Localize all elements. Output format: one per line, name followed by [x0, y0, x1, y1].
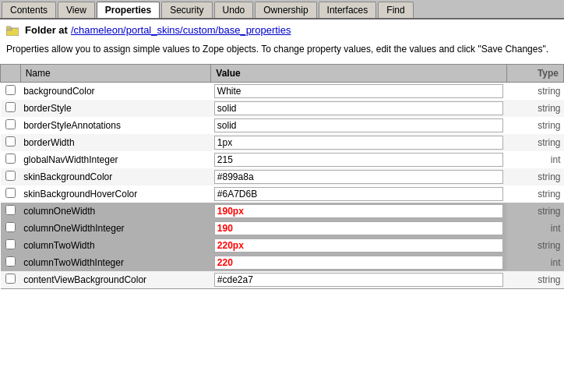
header-check — [1, 65, 21, 83]
row-checkbox[interactable] — [5, 154, 16, 164]
row-value-cell — [211, 203, 506, 220]
nav-tab-security[interactable]: Security — [161, 2, 212, 18]
table-row: borderStylestring — [1, 100, 564, 117]
row-checkbox[interactable] — [5, 85, 16, 95]
row-value-cell — [211, 134, 506, 151]
header-name: Name — [20, 65, 211, 83]
row-value-cell — [211, 271, 506, 289]
properties-table: Name Value Type backgroundColorstringbor… — [0, 64, 564, 289]
row-value-cell — [211, 151, 506, 168]
nav-tab-interfaces[interactable]: Interfaces — [319, 2, 377, 18]
svg-rect-2 — [6, 26, 11, 29]
row-value-input[interactable] — [214, 170, 503, 184]
row-type: int — [506, 151, 563, 168]
row-value-cell — [211, 117, 506, 134]
row-value-input[interactable] — [214, 136, 503, 150]
row-value-input[interactable] — [214, 238, 503, 253]
row-checkbox-cell — [1, 117, 21, 134]
table-row: columnOneWidthIntegerint — [1, 220, 564, 237]
nav-tab-contents[interactable]: Contents — [2, 2, 56, 18]
row-value-input[interactable] — [214, 221, 503, 235]
breadcrumb-label: Folder at — [25, 24, 68, 36]
table-row: columnOneWidthstring — [1, 203, 564, 220]
table-row: globalNavWidthIntegerint — [1, 151, 564, 168]
row-value-input[interactable] — [214, 118, 503, 132]
row-checkbox[interactable] — [5, 274, 16, 284]
row-checkbox[interactable] — [5, 205, 16, 215]
row-checkbox-cell — [1, 237, 21, 254]
table-row: columnTwoWidthIntegerint — [1, 254, 564, 271]
row-value-cell — [211, 168, 506, 185]
row-checkbox[interactable] — [5, 239, 16, 249]
nav-tab-undo[interactable]: Undo — [214, 2, 254, 18]
row-checkbox-cell — [1, 168, 21, 185]
row-name: columnOneWidthInteger — [20, 220, 211, 237]
row-checkbox-cell — [1, 271, 21, 289]
table-row: skinBackgroundColorstring — [1, 168, 564, 185]
table-row: backgroundColorstring — [1, 83, 564, 101]
row-checkbox-cell — [1, 100, 21, 117]
nav-tab-view[interactable]: View — [58, 2, 95, 18]
row-name: backgroundColor — [20, 83, 211, 101]
table-row: borderWidthstring — [1, 134, 564, 151]
breadcrumb-path[interactable]: /chameleon/portal_skins/custom/base_prop… — [71, 24, 291, 36]
row-name: borderStyle — [20, 100, 211, 117]
breadcrumb: Folder at /chameleon/portal_skins/custom… — [0, 19, 564, 41]
row-checkbox[interactable] — [5, 256, 16, 267]
row-value-input[interactable] — [214, 256, 503, 270]
row-checkbox-cell — [1, 220, 21, 237]
row-name: borderWidth — [20, 134, 211, 151]
row-type: string — [506, 117, 563, 134]
row-checkbox[interactable] — [5, 171, 16, 181]
table-row: skinBackgroundHoverColorstring — [1, 185, 564, 203]
row-value-cell — [211, 237, 506, 254]
row-value-cell — [211, 83, 506, 101]
row-type: string — [506, 185, 563, 203]
row-value-input[interactable] — [214, 153, 503, 167]
row-checkbox[interactable] — [5, 136, 16, 147]
row-name: columnTwoWidth — [20, 237, 211, 254]
header-type: Type — [506, 65, 563, 83]
table-row: contentViewBackgroundColorstring — [1, 271, 564, 289]
row-checkbox-cell — [1, 185, 21, 203]
row-type: string — [506, 203, 563, 220]
table-header-row: Name Value Type — [1, 65, 564, 83]
row-name: globalNavWidthInteger — [20, 151, 211, 168]
row-value-input[interactable] — [214, 84, 503, 98]
row-checkbox[interactable] — [5, 102, 16, 112]
row-checkbox-cell — [1, 203, 21, 220]
nav-tab-ownership[interactable]: Ownership — [255, 2, 316, 18]
row-value-input[interactable] — [214, 187, 503, 201]
row-value-cell — [211, 100, 506, 117]
row-type: int — [506, 254, 563, 271]
row-value-cell — [211, 185, 506, 203]
row-type: string — [506, 237, 563, 254]
row-type: string — [506, 271, 563, 289]
nav-tab-find[interactable]: Find — [378, 2, 413, 18]
header-value: Value — [211, 65, 506, 83]
row-checkbox[interactable] — [5, 188, 16, 198]
row-checkbox[interactable] — [5, 222, 16, 232]
row-checkbox-cell — [1, 151, 21, 168]
row-value-input[interactable] — [214, 273, 503, 287]
row-value-input[interactable] — [214, 204, 503, 218]
row-checkbox-cell — [1, 83, 21, 101]
row-checkbox[interactable] — [5, 119, 16, 129]
nav-bar: ContentsViewPropertiesSecurityUndoOwners… — [0, 0, 564, 19]
row-type: string — [506, 100, 563, 117]
row-type: int — [506, 220, 563, 237]
row-name: skinBackgroundHoverColor — [20, 185, 211, 203]
nav-tab-properties[interactable]: Properties — [97, 2, 160, 18]
row-type: string — [506, 168, 563, 185]
row-type: string — [506, 134, 563, 151]
row-name: columnOneWidth — [20, 203, 211, 220]
row-value-cell — [211, 220, 506, 237]
row-name: skinBackgroundColor — [20, 168, 211, 185]
row-value-cell — [211, 254, 506, 271]
row-name: contentViewBackgroundColor — [20, 271, 211, 289]
row-value-input[interactable] — [214, 101, 503, 115]
folder-icon — [6, 25, 19, 36]
row-name: borderStyleAnnotations — [20, 117, 211, 134]
row-checkbox-cell — [1, 134, 21, 151]
row-type: string — [506, 83, 563, 101]
